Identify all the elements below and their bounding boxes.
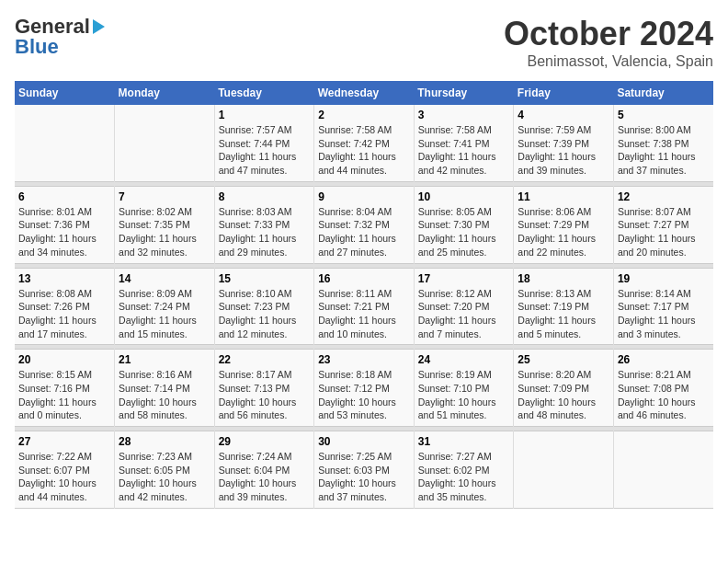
calendar-cell bbox=[115, 105, 215, 181]
day-number: 10 bbox=[418, 190, 510, 203]
page-header: General Blue October 2024 Benimassot, Va… bbox=[15, 15, 713, 70]
day-info: Sunrise: 8:09 AM Sunset: 7:24 PM Dayligh… bbox=[119, 287, 210, 341]
calendar-cell bbox=[613, 431, 713, 509]
calendar-cell: 1Sunrise: 7:57 AM Sunset: 7:44 PM Daylig… bbox=[214, 105, 314, 181]
calendar-cell: 2Sunrise: 7:58 AM Sunset: 7:42 PM Daylig… bbox=[314, 105, 415, 181]
day-info: Sunrise: 8:20 AM Sunset: 7:09 PM Dayligh… bbox=[518, 368, 609, 422]
calendar-cell: 26Sunrise: 8:21 AM Sunset: 7:08 PM Dayli… bbox=[613, 350, 713, 427]
day-number: 6 bbox=[18, 190, 110, 203]
calendar-week-4: 20Sunrise: 8:15 AM Sunset: 7:16 PM Dayli… bbox=[15, 350, 713, 427]
calendar-cell: 20Sunrise: 8:15 AM Sunset: 7:16 PM Dayli… bbox=[15, 350, 115, 427]
day-info: Sunrise: 7:25 AM Sunset: 6:03 PM Dayligh… bbox=[318, 450, 410, 504]
day-info: Sunrise: 8:05 AM Sunset: 7:30 PM Dayligh… bbox=[418, 205, 510, 259]
calendar-cell: 28Sunrise: 7:23 AM Sunset: 6:05 PM Dayli… bbox=[115, 431, 215, 509]
day-number: 28 bbox=[119, 435, 210, 448]
day-number: 17 bbox=[418, 272, 510, 285]
calendar-cell: 12Sunrise: 8:07 AM Sunset: 7:27 PM Dayli… bbox=[613, 186, 713, 263]
day-info: Sunrise: 8:07 AM Sunset: 7:27 PM Dayligh… bbox=[618, 205, 710, 259]
day-number: 27 bbox=[18, 435, 110, 448]
calendar-cell: 16Sunrise: 8:11 AM Sunset: 7:21 PM Dayli… bbox=[314, 268, 415, 345]
day-info: Sunrise: 7:27 AM Sunset: 6:02 PM Dayligh… bbox=[418, 450, 510, 504]
day-number: 25 bbox=[518, 353, 609, 366]
day-number: 19 bbox=[618, 272, 710, 285]
day-number: 23 bbox=[318, 353, 410, 366]
col-header-saturday: Saturday bbox=[613, 81, 713, 105]
day-number: 29 bbox=[219, 435, 311, 448]
calendar-cell: 11Sunrise: 8:06 AM Sunset: 7:29 PM Dayli… bbox=[514, 186, 614, 263]
day-number: 18 bbox=[518, 272, 609, 285]
day-info: Sunrise: 8:06 AM Sunset: 7:29 PM Dayligh… bbox=[518, 205, 609, 259]
day-number: 15 bbox=[219, 272, 311, 285]
day-number: 16 bbox=[318, 272, 410, 285]
day-info: Sunrise: 7:58 AM Sunset: 7:41 PM Dayligh… bbox=[418, 123, 510, 178]
day-info: Sunrise: 8:11 AM Sunset: 7:21 PM Dayligh… bbox=[318, 287, 410, 341]
calendar-cell: 27Sunrise: 7:22 AM Sunset: 6:07 PM Dayli… bbox=[15, 431, 115, 509]
day-number: 21 bbox=[119, 353, 210, 366]
calendar-cell: 3Sunrise: 7:58 AM Sunset: 7:41 PM Daylig… bbox=[414, 105, 514, 181]
calendar-cell: 29Sunrise: 7:24 AM Sunset: 6:04 PM Dayli… bbox=[214, 431, 314, 509]
day-info: Sunrise: 8:17 AM Sunset: 7:13 PM Dayligh… bbox=[219, 368, 311, 422]
day-info: Sunrise: 8:02 AM Sunset: 7:35 PM Dayligh… bbox=[119, 205, 210, 259]
calendar-cell: 22Sunrise: 8:17 AM Sunset: 7:13 PM Dayli… bbox=[214, 350, 314, 427]
day-number: 22 bbox=[219, 353, 311, 366]
calendar-cell bbox=[514, 431, 614, 509]
day-info: Sunrise: 8:13 AM Sunset: 7:19 PM Dayligh… bbox=[518, 287, 609, 341]
day-info: Sunrise: 8:00 AM Sunset: 7:38 PM Dayligh… bbox=[618, 123, 710, 178]
logo-arrow-icon bbox=[93, 19, 105, 34]
day-number: 24 bbox=[418, 353, 510, 366]
day-info: Sunrise: 7:59 AM Sunset: 7:39 PM Dayligh… bbox=[518, 123, 609, 178]
col-header-tuesday: Tuesday bbox=[214, 81, 314, 105]
calendar-cell: 25Sunrise: 8:20 AM Sunset: 7:09 PM Dayli… bbox=[514, 350, 614, 427]
calendar-cell: 9Sunrise: 8:04 AM Sunset: 7:32 PM Daylig… bbox=[314, 186, 415, 263]
day-info: Sunrise: 7:22 AM Sunset: 6:07 PM Dayligh… bbox=[18, 450, 110, 504]
day-info: Sunrise: 8:18 AM Sunset: 7:12 PM Dayligh… bbox=[318, 368, 410, 422]
calendar-cell: 19Sunrise: 8:14 AM Sunset: 7:17 PM Dayli… bbox=[613, 268, 713, 345]
calendar-cell: 7Sunrise: 8:02 AM Sunset: 7:35 PM Daylig… bbox=[115, 186, 215, 263]
calendar-cell: 14Sunrise: 8:09 AM Sunset: 7:24 PM Dayli… bbox=[115, 268, 215, 345]
logo: General Blue bbox=[15, 15, 105, 59]
calendar-week-5: 27Sunrise: 7:22 AM Sunset: 6:07 PM Dayli… bbox=[15, 431, 713, 509]
location-title: Benimassot, Valencia, Spain bbox=[504, 53, 713, 70]
day-info: Sunrise: 8:04 AM Sunset: 7:32 PM Dayligh… bbox=[318, 205, 410, 259]
calendar-cell: 6Sunrise: 8:01 AM Sunset: 7:36 PM Daylig… bbox=[15, 186, 115, 263]
day-info: Sunrise: 8:16 AM Sunset: 7:14 PM Dayligh… bbox=[119, 368, 210, 422]
calendar-table: SundayMondayTuesdayWednesdayThursdayFrid… bbox=[15, 81, 713, 509]
day-info: Sunrise: 8:01 AM Sunset: 7:36 PM Dayligh… bbox=[18, 205, 110, 259]
day-number: 5 bbox=[618, 109, 710, 121]
col-header-sunday: Sunday bbox=[15, 81, 115, 105]
calendar-week-2: 6Sunrise: 8:01 AM Sunset: 7:36 PM Daylig… bbox=[15, 186, 713, 263]
day-number: 13 bbox=[18, 272, 110, 285]
day-info: Sunrise: 7:24 AM Sunset: 6:04 PM Dayligh… bbox=[219, 450, 311, 504]
day-info: Sunrise: 8:10 AM Sunset: 7:23 PM Dayligh… bbox=[219, 287, 311, 341]
calendar-header-row: SundayMondayTuesdayWednesdayThursdayFrid… bbox=[15, 81, 713, 105]
calendar-cell: 5Sunrise: 8:00 AM Sunset: 7:38 PM Daylig… bbox=[613, 105, 713, 181]
calendar-cell: 23Sunrise: 8:18 AM Sunset: 7:12 PM Dayli… bbox=[314, 350, 415, 427]
calendar-cell: 10Sunrise: 8:05 AM Sunset: 7:30 PM Dayli… bbox=[414, 186, 514, 263]
day-info: Sunrise: 8:08 AM Sunset: 7:26 PM Dayligh… bbox=[18, 287, 110, 341]
day-number: 12 bbox=[618, 190, 710, 203]
logo-blue: Blue bbox=[15, 35, 59, 59]
day-number: 31 bbox=[418, 435, 510, 448]
calendar-cell bbox=[15, 105, 115, 181]
day-number: 30 bbox=[318, 435, 410, 448]
day-number: 2 bbox=[318, 109, 410, 121]
col-header-monday: Monday bbox=[115, 81, 215, 105]
calendar-week-3: 13Sunrise: 8:08 AM Sunset: 7:26 PM Dayli… bbox=[15, 268, 713, 345]
day-number: 14 bbox=[119, 272, 210, 285]
day-number: 26 bbox=[618, 353, 710, 366]
calendar-cell: 30Sunrise: 7:25 AM Sunset: 6:03 PM Dayli… bbox=[314, 431, 415, 509]
col-header-wednesday: Wednesday bbox=[314, 81, 415, 105]
day-info: Sunrise: 7:57 AM Sunset: 7:44 PM Dayligh… bbox=[219, 123, 311, 178]
calendar-cell: 4Sunrise: 7:59 AM Sunset: 7:39 PM Daylig… bbox=[514, 105, 614, 181]
month-title: October 2024 bbox=[504, 15, 713, 53]
day-info: Sunrise: 8:03 AM Sunset: 7:33 PM Dayligh… bbox=[219, 205, 311, 259]
calendar-cell: 17Sunrise: 8:12 AM Sunset: 7:20 PM Dayli… bbox=[414, 268, 514, 345]
day-info: Sunrise: 8:15 AM Sunset: 7:16 PM Dayligh… bbox=[18, 368, 110, 422]
day-number: 20 bbox=[18, 353, 110, 366]
col-header-friday: Friday bbox=[514, 81, 614, 105]
day-info: Sunrise: 8:19 AM Sunset: 7:10 PM Dayligh… bbox=[418, 368, 510, 422]
day-number: 8 bbox=[219, 190, 311, 203]
day-info: Sunrise: 8:14 AM Sunset: 7:17 PM Dayligh… bbox=[618, 287, 710, 341]
day-number: 1 bbox=[219, 109, 311, 121]
day-info: Sunrise: 7:58 AM Sunset: 7:42 PM Dayligh… bbox=[318, 123, 410, 178]
